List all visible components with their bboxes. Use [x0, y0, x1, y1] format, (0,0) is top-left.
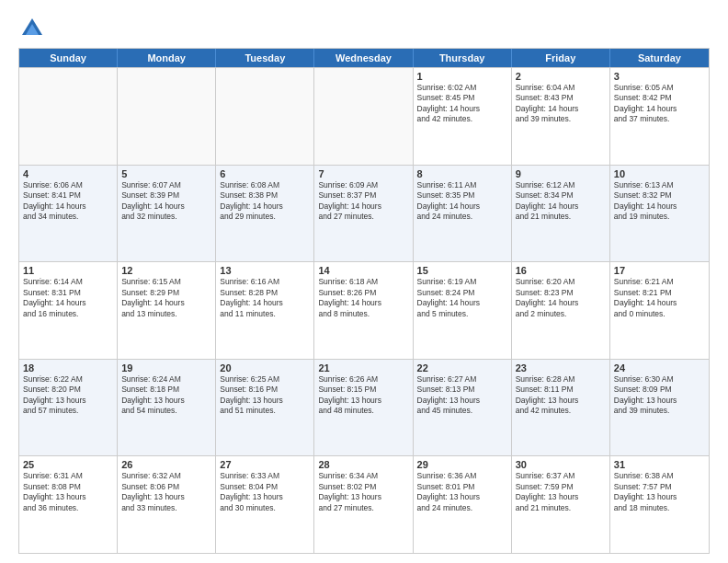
day-info: Sunrise: 6:32 AM Sunset: 8:06 PM Dayligh…: [121, 471, 211, 513]
day-number: 24: [614, 362, 705, 373]
calendar-row-2: 11Sunrise: 6:14 AM Sunset: 8:31 PM Dayli…: [19, 261, 709, 359]
day-number: 29: [417, 459, 507, 470]
header-day-tuesday: Tuesday: [216, 49, 314, 67]
day-number: 20: [220, 362, 310, 373]
day-info: Sunrise: 6:21 AM Sunset: 8:21 PM Dayligh…: [614, 277, 705, 319]
day-info: Sunrise: 6:33 AM Sunset: 8:04 PM Dayligh…: [220, 471, 310, 513]
day-info: Sunrise: 6:04 AM Sunset: 8:43 PM Dayligh…: [516, 83, 606, 125]
day-info: Sunrise: 6:19 AM Sunset: 8:24 PM Dayligh…: [417, 277, 507, 319]
page: SundayMondayTuesdayWednesdayThursdayFrid…: [0, 0, 728, 563]
day-info: Sunrise: 6:25 AM Sunset: 8:16 PM Dayligh…: [220, 374, 310, 417]
header-day-saturday: Saturday: [610, 49, 709, 67]
day-cell-14: 14Sunrise: 6:18 AM Sunset: 8:26 PM Dayli…: [314, 262, 413, 359]
calendar: SundayMondayTuesdayWednesdayThursdayFrid…: [18, 48, 710, 554]
day-info: Sunrise: 6:12 AM Sunset: 8:34 PM Dayligh…: [516, 180, 606, 223]
header-day-sunday: Sunday: [19, 49, 118, 67]
day-info: Sunrise: 6:22 AM Sunset: 8:20 PM Dayligh…: [23, 374, 113, 417]
day-info: Sunrise: 6:07 AM Sunset: 8:39 PM Dayligh…: [121, 180, 211, 223]
day-number: 4: [23, 168, 113, 179]
day-number: 28: [318, 459, 408, 470]
day-number: 10: [614, 168, 705, 179]
header-day-monday: Monday: [118, 49, 216, 67]
day-cell-27: 27Sunrise: 6:33 AM Sunset: 8:04 PM Dayli…: [216, 456, 314, 553]
day-cell-31: 31Sunrise: 6:38 AM Sunset: 7:57 PM Dayli…: [610, 456, 709, 553]
header-day-thursday: Thursday: [414, 49, 512, 67]
day-cell-13: 13Sunrise: 6:16 AM Sunset: 8:28 PM Dayli…: [216, 262, 314, 359]
empty-cell: [118, 68, 216, 165]
day-number: 8: [417, 168, 507, 179]
day-info: Sunrise: 6:38 AM Sunset: 7:57 PM Dayligh…: [614, 471, 705, 513]
day-cell-19: 19Sunrise: 6:24 AM Sunset: 8:18 PM Dayli…: [118, 360, 216, 456]
day-cell-25: 25Sunrise: 6:31 AM Sunset: 8:08 PM Dayli…: [19, 456, 118, 553]
logo-icon: [18, 15, 46, 42]
day-info: Sunrise: 6:18 AM Sunset: 8:26 PM Dayligh…: [318, 277, 408, 319]
calendar-header: SundayMondayTuesdayWednesdayThursdayFrid…: [19, 49, 709, 67]
day-cell-12: 12Sunrise: 6:15 AM Sunset: 8:29 PM Dayli…: [118, 262, 216, 359]
day-number: 3: [614, 71, 705, 82]
day-info: Sunrise: 6:11 AM Sunset: 8:35 PM Dayligh…: [417, 180, 507, 223]
day-info: Sunrise: 6:20 AM Sunset: 8:23 PM Dayligh…: [516, 277, 606, 319]
day-info: Sunrise: 6:27 AM Sunset: 8:13 PM Dayligh…: [417, 374, 507, 417]
day-cell-10: 10Sunrise: 6:13 AM Sunset: 8:32 PM Dayli…: [610, 166, 709, 262]
day-cell-15: 15Sunrise: 6:19 AM Sunset: 8:24 PM Dayli…: [414, 262, 512, 359]
empty-cell: [216, 68, 314, 165]
calendar-row-1: 4Sunrise: 6:06 AM Sunset: 8:41 PM Daylig…: [19, 165, 709, 262]
day-info: Sunrise: 6:36 AM Sunset: 8:01 PM Dayligh…: [417, 471, 507, 513]
calendar-row-3: 18Sunrise: 6:22 AM Sunset: 8:20 PM Dayli…: [19, 359, 709, 456]
day-cell-22: 22Sunrise: 6:27 AM Sunset: 8:13 PM Dayli…: [414, 360, 512, 456]
header-day-wednesday: Wednesday: [314, 49, 413, 67]
day-number: 23: [516, 362, 606, 373]
day-number: 18: [23, 362, 113, 373]
day-info: Sunrise: 6:09 AM Sunset: 8:37 PM Dayligh…: [318, 180, 408, 223]
day-number: 6: [220, 168, 310, 179]
day-number: 27: [220, 459, 310, 470]
empty-cell: [19, 68, 118, 165]
day-cell-7: 7Sunrise: 6:09 AM Sunset: 8:37 PM Daylig…: [314, 166, 413, 262]
day-number: 13: [220, 265, 310, 276]
day-info: Sunrise: 6:37 AM Sunset: 7:59 PM Dayligh…: [516, 471, 606, 513]
day-cell-26: 26Sunrise: 6:32 AM Sunset: 8:06 PM Dayli…: [118, 456, 216, 553]
day-info: Sunrise: 6:28 AM Sunset: 8:11 PM Dayligh…: [516, 374, 606, 417]
day-info: Sunrise: 6:31 AM Sunset: 8:08 PM Dayligh…: [23, 471, 113, 513]
day-info: Sunrise: 6:34 AM Sunset: 8:02 PM Dayligh…: [318, 471, 408, 513]
day-info: Sunrise: 6:24 AM Sunset: 8:18 PM Dayligh…: [121, 374, 211, 417]
day-number: 31: [614, 459, 705, 470]
day-number: 17: [614, 265, 705, 276]
header: [18, 15, 710, 42]
day-cell-30: 30Sunrise: 6:37 AM Sunset: 7:59 PM Dayli…: [512, 456, 610, 553]
day-number: 30: [516, 459, 606, 470]
day-cell-9: 9Sunrise: 6:12 AM Sunset: 8:34 PM Daylig…: [512, 166, 610, 262]
day-number: 1: [417, 71, 507, 82]
calendar-body: 1Sunrise: 6:02 AM Sunset: 8:45 PM Daylig…: [19, 67, 709, 553]
day-info: Sunrise: 6:13 AM Sunset: 8:32 PM Dayligh…: [614, 180, 705, 223]
day-info: Sunrise: 6:16 AM Sunset: 8:28 PM Dayligh…: [220, 277, 310, 319]
day-number: 26: [121, 459, 211, 470]
day-info: Sunrise: 6:15 AM Sunset: 8:29 PM Dayligh…: [121, 277, 211, 319]
day-number: 11: [23, 265, 113, 276]
day-cell-21: 21Sunrise: 6:26 AM Sunset: 8:15 PM Dayli…: [314, 360, 413, 456]
day-info: Sunrise: 6:08 AM Sunset: 8:38 PM Dayligh…: [220, 180, 310, 223]
day-cell-29: 29Sunrise: 6:36 AM Sunset: 8:01 PM Dayli…: [414, 456, 512, 553]
day-info: Sunrise: 6:30 AM Sunset: 8:09 PM Dayligh…: [614, 374, 705, 417]
day-cell-23: 23Sunrise: 6:28 AM Sunset: 8:11 PM Dayli…: [512, 360, 610, 456]
day-cell-3: 3Sunrise: 6:05 AM Sunset: 8:42 PM Daylig…: [610, 68, 709, 165]
day-cell-2: 2Sunrise: 6:04 AM Sunset: 8:43 PM Daylig…: [512, 68, 610, 165]
day-cell-24: 24Sunrise: 6:30 AM Sunset: 8:09 PM Dayli…: [610, 360, 709, 456]
logo: [18, 15, 50, 42]
day-cell-6: 6Sunrise: 6:08 AM Sunset: 8:38 PM Daylig…: [216, 166, 314, 262]
day-number: 14: [318, 265, 408, 276]
header-day-friday: Friday: [512, 49, 610, 67]
day-cell-18: 18Sunrise: 6:22 AM Sunset: 8:20 PM Dayli…: [19, 360, 118, 456]
calendar-row-0: 1Sunrise: 6:02 AM Sunset: 8:45 PM Daylig…: [19, 67, 709, 165]
day-number: 21: [318, 362, 408, 373]
day-info: Sunrise: 6:26 AM Sunset: 8:15 PM Dayligh…: [318, 374, 408, 417]
day-cell-4: 4Sunrise: 6:06 AM Sunset: 8:41 PM Daylig…: [19, 166, 118, 262]
empty-cell: [314, 68, 413, 165]
day-number: 15: [417, 265, 507, 276]
day-cell-16: 16Sunrise: 6:20 AM Sunset: 8:23 PM Dayli…: [512, 262, 610, 359]
day-number: 9: [516, 168, 606, 179]
day-number: 22: [417, 362, 507, 373]
calendar-row-4: 25Sunrise: 6:31 AM Sunset: 8:08 PM Dayli…: [19, 455, 709, 553]
day-info: Sunrise: 6:06 AM Sunset: 8:41 PM Dayligh…: [23, 180, 113, 223]
day-number: 25: [23, 459, 113, 470]
